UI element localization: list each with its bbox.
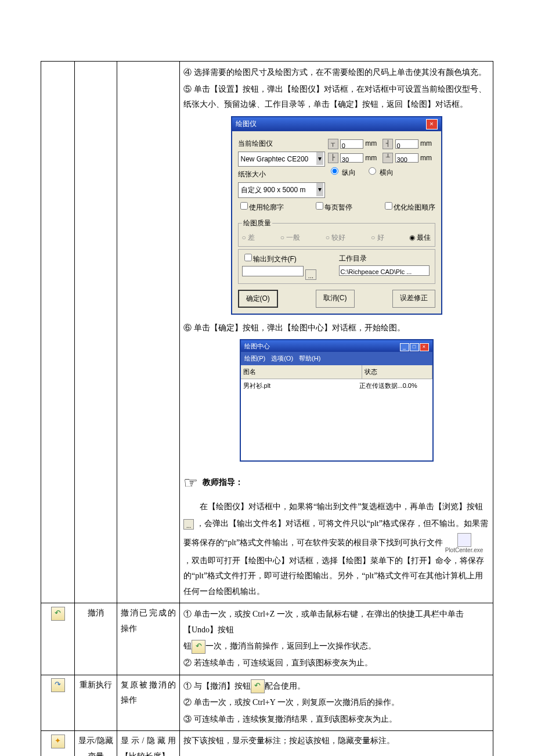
optimize-order-checkbox[interactable]: 优化绘图顺序 xyxy=(383,200,435,214)
prev-desc-cell xyxy=(117,62,180,603)
undo-icon[interactable]: ↶ xyxy=(51,607,65,621)
margin-top-icon: ┬ xyxy=(328,139,338,149)
outline-font-checkbox[interactable]: 使用轮廓字 xyxy=(238,200,284,214)
margin-left-input[interactable]: 30 xyxy=(340,153,363,163)
undo-inline-icon: ↶ xyxy=(192,640,205,654)
output-browse-button[interactable]: ... xyxy=(305,269,316,280)
cancel-button[interactable]: 取消(C) xyxy=(316,290,355,308)
maximize-icon[interactable]: □ xyxy=(410,343,419,351)
ok-button[interactable]: 确定(O) xyxy=(238,290,278,308)
margin-bottom-input[interactable]: 300 xyxy=(395,153,418,163)
menu-options[interactable]: 选项(O) xyxy=(271,352,293,365)
undo-name: 撤消 xyxy=(75,603,117,675)
workdir-input[interactable]: C:\Richpeace CAD\Plc ... xyxy=(339,265,430,276)
undo-icon-cell: ↶ xyxy=(41,603,75,675)
error-fix-button[interactable]: 误差修正 xyxy=(392,290,435,308)
plot-center-dialog: 绘图中心 _□× 绘图(P) 选项(O) 帮助(H) 图名 状态 xyxy=(240,339,434,462)
prev-name-cell xyxy=(75,62,117,603)
margin-right-input[interactable]: 0 xyxy=(395,139,418,149)
browse-button-inline[interactable]: ... xyxy=(183,519,194,530)
menu-plot[interactable]: 绘图(P) xyxy=(244,352,266,365)
toggle-var-icon[interactable]: ✦ xyxy=(51,735,65,748)
undo-ref-icon: ↶ xyxy=(251,679,265,693)
quality-better-radio[interactable]: ○ 较好 xyxy=(326,231,346,244)
toggle-icon-cell: ✦ xyxy=(41,731,75,756)
quality-normal-radio[interactable]: ○ 一般 xyxy=(280,231,301,244)
plot-instructions-cell: ④ 选择需要的绘图尺寸及绘图方式，在不需要绘图的尺码上单击使其没有颜色填充。 ⑤… xyxy=(180,62,493,603)
step-6: ⑥ 单击【确定】按钮，弹出【绘图中心】对话框，开始绘图。 xyxy=(183,321,489,336)
plotter-dialog-title: 绘图仪 xyxy=(236,117,257,131)
quality-good-radio[interactable]: ○ 好 xyxy=(371,231,384,244)
paper-size-label: 纸张大小 xyxy=(238,168,328,181)
close-icon[interactable]: × xyxy=(420,343,429,351)
redo-text-cell: ① 与【撤消】按钮↶配合使用。 ② 单击一次，或按 Ctrl+Y 一次，则复原一… xyxy=(180,675,493,731)
plotter-dialog: 绘图仪 × 当前绘图仪 New Graphtec CE200 纸张大小 自定义 … xyxy=(231,116,442,315)
output-file-input[interactable] xyxy=(242,266,304,276)
toggle-desc: 显示/隐藏用【比较长度】 xyxy=(117,731,180,756)
redo-name: 重新执行 xyxy=(75,675,117,731)
step-5: ⑤ 单击【设置】按钮，弹出【绘图仪】对话框，在对话框中可设置当前绘图仪型号、纸张… xyxy=(183,82,489,113)
menu-help[interactable]: 帮助(H) xyxy=(299,352,320,365)
paper-size-select[interactable]: 自定义 900 x 5000 m xyxy=(238,182,325,198)
col-status: 状态 xyxy=(362,365,432,379)
current-plotter-select[interactable]: New Graphtec CE200 xyxy=(238,152,325,167)
redo-desc: 复原被撤消的操作 xyxy=(117,675,180,731)
minimize-icon[interactable]: _ xyxy=(400,343,409,351)
toggle-text-cell: 按下该按钮，显示变量标注；按起该按钮，隐藏变量标注。 xyxy=(180,731,493,756)
list-item[interactable]: 男衬衫.plt 正在传送数据...0.0% xyxy=(241,379,432,393)
toggle-name: 显示/隐藏变量 xyxy=(75,731,117,756)
workdir-label: 工作目录 xyxy=(339,252,431,265)
undo-desc: 撤消已完成的操作 xyxy=(117,603,180,675)
plotcenter-exe-icon: PlotCenter.exe xyxy=(445,533,484,553)
page-stop-checkbox[interactable]: 每页暂停 xyxy=(313,200,352,214)
pointing-hand-icon: ☞ xyxy=(183,467,198,498)
quality-group: 绘图质量 ○ 差 ○ 一般 ○ 较好 ○ 好 ◉ 最佳 xyxy=(238,217,435,247)
margin-bottom-icon: ┴ xyxy=(383,153,393,163)
redo-icon[interactable]: ↷ xyxy=(51,678,65,692)
close-icon[interactable]: × xyxy=(426,119,438,129)
prev-icon-cell xyxy=(41,62,75,603)
plot-center-title: 绘图中心 xyxy=(244,340,270,352)
col-filename: 图名 xyxy=(241,365,362,379)
margin-right-icon: ┤ xyxy=(383,139,393,149)
step-4: ④ 选择需要的绘图尺寸及绘图方式，在不需要绘图的尺码上单击使其没有颜色填充。 xyxy=(183,65,489,81)
margin-top-input[interactable]: 0 xyxy=(340,139,363,149)
output-to-file-checkbox[interactable]: 输出到文件(F) xyxy=(242,255,297,263)
margin-left-icon: ├ xyxy=(328,153,338,163)
undo-text-cell: ① 单击一次，或按 Ctrl+Z 一次，或单击鼠标右键，在弹出的快捷工具栏中单击… xyxy=(180,603,493,675)
orient-portrait-radio[interactable]: 纵向 xyxy=(328,168,356,177)
teacher-heading: 教师指导： xyxy=(203,478,243,487)
redo-icon-cell: ↷ xyxy=(41,675,75,731)
quality-best-radio[interactable]: ◉ 最佳 xyxy=(409,231,431,244)
orient-landscape-radio[interactable]: 横向 xyxy=(366,168,394,177)
quality-bad-radio[interactable]: ○ 差 xyxy=(242,231,255,244)
instruction-table: ④ 选择需要的绘图尺寸及绘图方式，在不需要绘图的尺码上单击使其没有颜色填充。 ⑤… xyxy=(41,61,493,756)
current-plotter-label: 当前绘图仪 xyxy=(238,137,328,150)
